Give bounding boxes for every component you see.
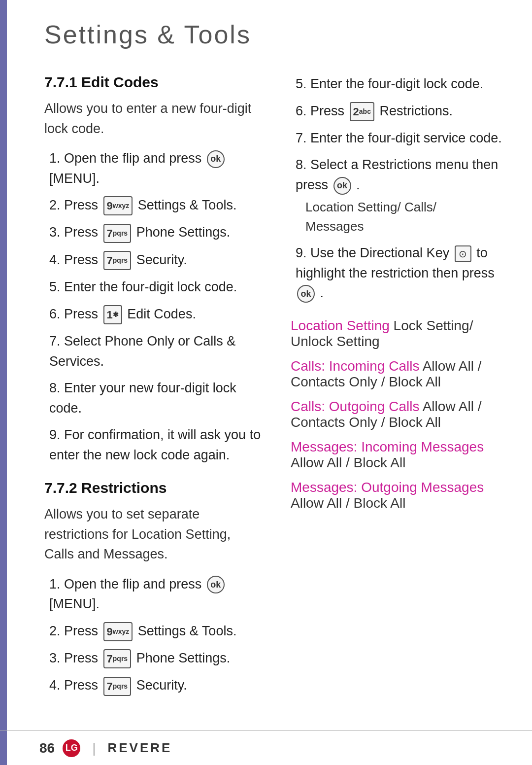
messages-outgoing-detail: Allow All / Block All [291, 495, 405, 511]
pink-calls-incoming-label: Calls: Incoming Calls [291, 358, 419, 374]
list-item: 6. Press 2abc Restrictions. [291, 101, 507, 121]
section-edit-codes-intro: Allows you to enter a new four-digit loc… [44, 99, 261, 139]
messages-incoming-detail: Allow All / Block All [291, 455, 405, 470]
pink-messages-incoming-label: Messages: Incoming Messages [291, 439, 484, 454]
list-item: 5. Enter the four-digit lock code. [291, 74, 507, 94]
key-7c-badge: 7pqrs [103, 649, 132, 668]
list-item: 8. Select a Restrictions menu then press… [291, 155, 507, 236]
page-number: 86 [39, 740, 55, 756]
key-7b-badge: 7pqrs [103, 251, 132, 270]
ok-key-badge: ok [207, 150, 225, 168]
list-item: 3. Press 7pqrs Phone Settings. [44, 648, 261, 668]
section-restrictions-intro: Allows you to set separate restrictions … [44, 504, 261, 564]
option-location-setting: Location Setting Lock Setting/Unlock Set… [291, 318, 507, 349]
list-item: 1. Open the flip and press ok [MENU]. [44, 574, 261, 614]
option-calls-incoming: Calls: Incoming Calls Allow All /Contact… [291, 358, 507, 390]
footer: 86 LG | REVERE [0, 730, 532, 765]
list-item: 8. Enter your new four-digit lock code. [44, 378, 261, 418]
option-messages-outgoing: Messages: Outgoing Messages Allow All / … [291, 480, 507, 511]
section-restrictions-heading: 7.7.2 Restrictions [44, 480, 261, 496]
list-item: 2. Press 9wxyz Settings & Tools. [44, 621, 261, 641]
ok-key-badge-4: ok [297, 285, 315, 303]
list-item: 3. Press 7pqrs Phone Settings. [44, 222, 261, 243]
key-1-badge: 1✱ [103, 305, 122, 324]
right-column: 5. Enter the four-digit lock code. 6. Pr… [291, 74, 507, 745]
step-1-text: [MENU]. [49, 171, 100, 186]
option-messages-incoming: Messages: Incoming Messages Allow All / … [291, 439, 507, 471]
restriction-options: Location Setting Lock Setting/Unlock Set… [291, 318, 507, 511]
key-9-badge: 9wxyz [103, 196, 133, 215]
list-item: 9. For confirmation, it will ask you to … [44, 425, 261, 465]
list-item: 9. Use the Directional Key ⊙ to highligh… [291, 243, 507, 303]
list-item: 2. Press 9wxyz Settings & Tools. [44, 195, 261, 215]
ok-key-badge-2: ok [207, 576, 225, 593]
right-steps: 5. Enter the four-digit lock code. 6. Pr… [291, 74, 507, 303]
key-7-badge: 7pqrs [103, 224, 132, 243]
section-edit-codes-heading: 7.7.1 Edit Codes [44, 74, 261, 91]
pink-calls-outgoing-label: Calls: Outgoing Calls [291, 399, 419, 414]
list-item: 6. Press 1✱ Edit Codes. [44, 304, 261, 324]
list-item: 7. Enter the four-digit service code. [291, 128, 507, 148]
key-7d-badge: 7pqrs [103, 677, 132, 696]
location-setting-label: Location Setting/ Calls/Messages [305, 198, 507, 236]
lg-circle-icon: LG [63, 739, 80, 757]
list-item: 7. Select Phone Only or Calls & Services… [44, 331, 261, 371]
pink-messages-outgoing-label: Messages: Outgoing Messages [291, 480, 484, 495]
section-edit-codes: 7.7.1 Edit Codes Allows you to enter a n… [44, 74, 261, 465]
left-accent-bar [0, 0, 7, 765]
option-calls-outgoing: Calls: Outgoing Calls Allow All /Contact… [291, 399, 507, 430]
pink-location-label: Location Setting [291, 318, 390, 333]
left-column: 7.7.1 Edit Codes Allows you to enter a n… [44, 74, 261, 745]
list-item: 1. Open the flip and press ok [MENU]. [44, 148, 261, 188]
list-item: 5. Enter the four-digit lock code. [44, 277, 261, 297]
lg-logo: LG [63, 739, 80, 757]
key-2abc-badge: 2abc [350, 102, 374, 121]
footer-divider: | [92, 740, 96, 756]
ok-key-badge-3: ok [333, 177, 351, 195]
directional-key-badge: ⊙ [455, 245, 471, 262]
list-item: 4. Press 7pqrs Security. [44, 250, 261, 270]
restrictions-steps: 1. Open the flip and press ok [MENU]. 2.… [44, 574, 261, 696]
edit-codes-steps: 1. Open the flip and press ok [MENU]. 2.… [44, 148, 261, 465]
list-item: 4. Press 7pqrs Security. [44, 675, 261, 695]
page-title: Settings & Tools [44, 20, 507, 54]
section-restrictions: 7.7.2 Restrictions Allows you to set sep… [44, 480, 261, 696]
brand-name: REVERE [107, 740, 172, 756]
key-9b-badge: 9wxyz [103, 622, 133, 641]
step-1-label: 1. Open the flip and press [49, 151, 205, 166]
